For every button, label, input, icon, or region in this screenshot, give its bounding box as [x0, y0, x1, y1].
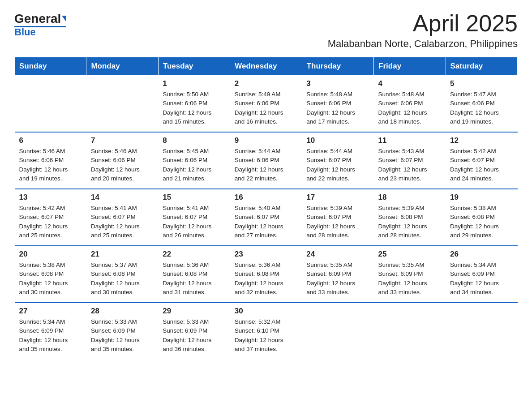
- calendar-day-1: 1Sunrise: 5:50 AM Sunset: 6:06 PM Daylig…: [158, 76, 230, 133]
- calendar-day-30: 30Sunrise: 5:32 AM Sunset: 6:10 PM Dayli…: [230, 303, 302, 359]
- calendar-day-20: 20Sunrise: 5:38 AM Sunset: 6:08 PM Dayli…: [15, 246, 86, 303]
- day-number: 4: [378, 79, 441, 88]
- day-info: Sunrise: 5:46 AM Sunset: 6:06 PM Dayligh…: [91, 147, 154, 183]
- calendar-day-21: 21Sunrise: 5:37 AM Sunset: 6:08 PM Dayli…: [86, 246, 158, 303]
- logo: General Blue: [14, 13, 66, 37]
- day-number: 5: [450, 79, 513, 88]
- day-number: 22: [163, 250, 225, 259]
- calendar-day-empty: [446, 303, 517, 359]
- calendar-day-24: 24Sunrise: 5:35 AM Sunset: 6:09 PM Dayli…: [302, 246, 373, 303]
- day-info: Sunrise: 5:49 AM Sunset: 6:06 PM Dayligh…: [235, 90, 297, 126]
- day-info: Sunrise: 5:44 AM Sunset: 6:07 PM Dayligh…: [306, 147, 369, 183]
- day-number: 20: [19, 250, 82, 259]
- title-block: April 2025 Malabanban Norte, Calabarzon,…: [328, 11, 518, 50]
- calendar-day-3: 3Sunrise: 5:48 AM Sunset: 6:06 PM Daylig…: [302, 76, 373, 133]
- day-number: 1: [163, 79, 225, 88]
- day-info: Sunrise: 5:48 AM Sunset: 6:06 PM Dayligh…: [306, 90, 369, 126]
- day-info: Sunrise: 5:38 AM Sunset: 6:08 PM Dayligh…: [19, 261, 82, 297]
- calendar-title: April 2025: [328, 11, 518, 36]
- day-info: Sunrise: 5:34 AM Sunset: 6:09 PM Dayligh…: [19, 317, 82, 354]
- day-number: 17: [306, 193, 369, 202]
- day-number: 18: [378, 193, 441, 202]
- calendar-day-28: 28Sunrise: 5:33 AM Sunset: 6:09 PM Dayli…: [86, 303, 158, 359]
- day-number: 14: [91, 193, 154, 202]
- calendar-week-row: 13Sunrise: 5:42 AM Sunset: 6:07 PM Dayli…: [15, 189, 518, 246]
- day-info: Sunrise: 5:38 AM Sunset: 6:08 PM Dayligh…: [450, 204, 513, 240]
- weekday-header-thursday: Thursday: [302, 57, 373, 76]
- calendar-header-row: SundayMondayTuesdayWednesdayThursdayFrid…: [15, 57, 518, 76]
- day-info: Sunrise: 5:41 AM Sunset: 6:07 PM Dayligh…: [163, 204, 225, 240]
- day-number: 9: [235, 136, 297, 145]
- calendar-day-25: 25Sunrise: 5:35 AM Sunset: 6:09 PM Dayli…: [374, 246, 446, 303]
- day-number: 10: [306, 136, 369, 145]
- day-number: 7: [91, 136, 154, 145]
- day-info: Sunrise: 5:36 AM Sunset: 6:08 PM Dayligh…: [235, 261, 297, 297]
- weekday-header-tuesday: Tuesday: [158, 57, 230, 76]
- day-info: Sunrise: 5:41 AM Sunset: 6:07 PM Dayligh…: [91, 204, 154, 240]
- day-number: 28: [91, 307, 154, 316]
- calendar-day-11: 11Sunrise: 5:43 AM Sunset: 6:07 PM Dayli…: [374, 132, 446, 189]
- calendar-day-10: 10Sunrise: 5:44 AM Sunset: 6:07 PM Dayli…: [302, 132, 373, 189]
- calendar-day-12: 12Sunrise: 5:42 AM Sunset: 6:07 PM Dayli…: [446, 132, 517, 189]
- day-number: 30: [235, 307, 297, 316]
- calendar-day-17: 17Sunrise: 5:39 AM Sunset: 6:07 PM Dayli…: [302, 189, 373, 246]
- day-info: Sunrise: 5:34 AM Sunset: 6:09 PM Dayligh…: [450, 261, 513, 297]
- day-info: Sunrise: 5:42 AM Sunset: 6:07 PM Dayligh…: [450, 147, 513, 183]
- day-number: 21: [91, 250, 154, 259]
- calendar-day-23: 23Sunrise: 5:36 AM Sunset: 6:08 PM Dayli…: [230, 246, 302, 303]
- day-number: 23: [235, 250, 297, 259]
- calendar-day-16: 16Sunrise: 5:40 AM Sunset: 6:07 PM Dayli…: [230, 189, 302, 246]
- calendar-day-empty: [86, 76, 158, 133]
- day-number: 8: [163, 136, 225, 145]
- day-number: 6: [19, 136, 82, 145]
- day-number: 19: [450, 193, 513, 202]
- day-info: Sunrise: 5:33 AM Sunset: 6:09 PM Dayligh…: [91, 317, 154, 354]
- day-number: 15: [163, 193, 225, 202]
- weekday-header-friday: Friday: [374, 57, 446, 76]
- day-number: 27: [19, 307, 82, 316]
- calendar-day-19: 19Sunrise: 5:38 AM Sunset: 6:08 PM Dayli…: [446, 189, 517, 246]
- day-info: Sunrise: 5:42 AM Sunset: 6:07 PM Dayligh…: [19, 204, 82, 240]
- calendar-week-row: 27Sunrise: 5:34 AM Sunset: 6:09 PM Dayli…: [15, 303, 518, 359]
- weekday-header-wednesday: Wednesday: [230, 57, 302, 76]
- day-info: Sunrise: 5:40 AM Sunset: 6:07 PM Dayligh…: [235, 204, 297, 240]
- calendar-day-8: 8Sunrise: 5:45 AM Sunset: 6:06 PM Daylig…: [158, 132, 230, 189]
- calendar-day-empty: [302, 303, 373, 359]
- calendar-day-9: 9Sunrise: 5:44 AM Sunset: 6:06 PM Daylig…: [230, 132, 302, 189]
- day-number: 3: [306, 79, 369, 88]
- weekday-header-sunday: Sunday: [15, 57, 86, 76]
- day-number: 26: [450, 250, 513, 259]
- day-info: Sunrise: 5:36 AM Sunset: 6:08 PM Dayligh…: [163, 261, 225, 297]
- day-info: Sunrise: 5:32 AM Sunset: 6:10 PM Dayligh…: [235, 317, 297, 354]
- day-number: 29: [163, 307, 225, 316]
- calendar-day-2: 2Sunrise: 5:49 AM Sunset: 6:06 PM Daylig…: [230, 76, 302, 133]
- day-number: 2: [235, 79, 297, 88]
- day-info: Sunrise: 5:46 AM Sunset: 6:06 PM Dayligh…: [19, 147, 82, 183]
- day-info: Sunrise: 5:45 AM Sunset: 6:06 PM Dayligh…: [163, 147, 225, 183]
- calendar-day-7: 7Sunrise: 5:46 AM Sunset: 6:06 PM Daylig…: [86, 132, 158, 189]
- weekday-header-monday: Monday: [86, 57, 158, 76]
- calendar-day-29: 29Sunrise: 5:33 AM Sunset: 6:09 PM Dayli…: [158, 303, 230, 359]
- weekday-header-saturday: Saturday: [446, 57, 517, 76]
- calendar-week-row: 6Sunrise: 5:46 AM Sunset: 6:06 PM Daylig…: [15, 132, 518, 189]
- day-number: 11: [378, 136, 441, 145]
- calendar-subtitle: Malabanban Norte, Calabarzon, Philippine…: [328, 38, 518, 50]
- day-info: Sunrise: 5:33 AM Sunset: 6:09 PM Dayligh…: [163, 317, 225, 354]
- day-info: Sunrise: 5:44 AM Sunset: 6:06 PM Dayligh…: [235, 147, 297, 183]
- calendar-week-row: 20Sunrise: 5:38 AM Sunset: 6:08 PM Dayli…: [15, 246, 518, 303]
- day-info: Sunrise: 5:39 AM Sunset: 6:07 PM Dayligh…: [306, 204, 369, 240]
- day-info: Sunrise: 5:50 AM Sunset: 6:06 PM Dayligh…: [163, 90, 225, 126]
- day-number: 12: [450, 136, 513, 145]
- calendar-day-13: 13Sunrise: 5:42 AM Sunset: 6:07 PM Dayli…: [15, 189, 86, 246]
- day-info: Sunrise: 5:35 AM Sunset: 6:09 PM Dayligh…: [306, 261, 369, 297]
- logo-general: General: [14, 13, 61, 25]
- calendar-day-18: 18Sunrise: 5:39 AM Sunset: 6:08 PM Dayli…: [374, 189, 446, 246]
- day-number: 25: [378, 250, 441, 259]
- day-info: Sunrise: 5:39 AM Sunset: 6:08 PM Dayligh…: [378, 204, 441, 240]
- day-info: Sunrise: 5:47 AM Sunset: 6:06 PM Dayligh…: [450, 90, 513, 126]
- day-number: 24: [306, 250, 369, 259]
- calendar-day-27: 27Sunrise: 5:34 AM Sunset: 6:09 PM Dayli…: [15, 303, 86, 359]
- page-header: General Blue April 2025 Malabanban Norte…: [14, 11, 518, 50]
- day-number: 16: [235, 193, 297, 202]
- calendar-day-26: 26Sunrise: 5:34 AM Sunset: 6:09 PM Dayli…: [446, 246, 517, 303]
